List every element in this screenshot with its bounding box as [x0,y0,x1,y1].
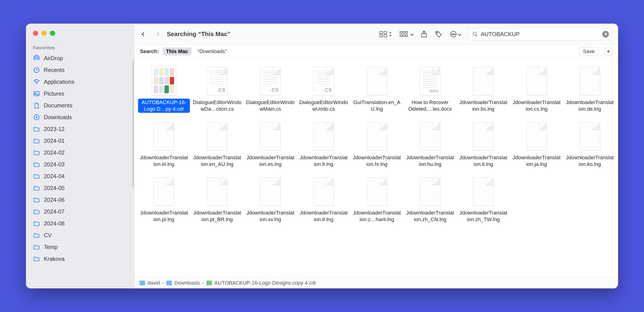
file-generic-icon [366,178,387,206]
save-search-button[interactable]: Save [579,47,599,56]
sidebar-scrollbar[interactable] [132,60,134,187]
file-name-label: JdownloaderTranslation.es.lng [244,154,296,168]
file-item[interactable]: .CS DialogueEditorWindowDa…ction.cs [191,65,244,113]
main-area: Searching “This Mac” [134,24,618,288]
path-segment[interactable]: david [140,280,160,286]
sidebar-item-downloads[interactable]: Downloads [26,111,134,123]
search-input[interactable] [481,31,600,38]
sidebar-item-2024-05[interactable]: 2024-05 [26,182,134,194]
sidebar-item-label: Temp [44,244,58,250]
clock-icon [33,67,40,74]
nav-forward-button[interactable] [152,29,163,40]
file-item[interactable]: JdownloaderTranslation.es.lng [244,120,297,168]
sidebar-item-label: Pictures [44,90,64,97]
folder-icon [33,161,40,168]
sidebar-item-label: Applications [44,79,74,85]
sidebar-item-documents[interactable]: Documents [26,100,134,111]
share-button[interactable] [421,31,427,38]
file-generic-icon [313,178,334,206]
svg-rect-8 [384,35,387,37]
folder-icon [33,220,40,227]
svg-point-0 [36,57,38,59]
view-mode-button[interactable] [379,31,392,38]
add-criteria-button[interactable] [604,47,612,55]
file-item[interactable]: JdownloaderTranslation.zh_CN.lng [404,175,456,223]
sidebar-item-2024-07[interactable]: 2024-07 [26,206,134,218]
file-item[interactable]: JdownloaderTranslation.tr.lng [297,175,350,223]
file-item[interactable]: JdownloaderTranslation.pt_BR.lng [191,175,244,223]
sidebar-item-2024-04[interactable]: 2024-04 [26,170,134,182]
file-item[interactable]: JdownloaderTranslation.pl.lng [138,175,190,223]
sidebar-item-label: 2023-12 [44,126,64,132]
file-item[interactable]: JdownloaderTranslation.ko.lng [564,120,616,168]
file-item[interactable]: JdownloaderTranslation.z…hant.lng [350,175,403,223]
folder-icon [33,208,40,215]
sidebar-item-2023-12[interactable]: 2023-12 [26,123,134,135]
sidebar-item-2024-06[interactable]: 2024-06 [26,194,134,206]
path-segment[interactable]: AUTOBACKUP-16-Logo Designs copy 4.cdr [206,280,316,286]
chevron-right-icon: › [162,280,164,286]
file-item[interactable]: DOCX How to Recover Deleted,…les.docx [404,65,456,113]
sidebar-item-temp[interactable]: Temp [26,241,134,253]
nav-back-button[interactable] [138,29,149,40]
file-item[interactable]: JdownloaderTranslation.fr.lng [297,120,350,168]
window-close-button[interactable] [33,31,38,36]
sidebar-item-applications[interactable]: Applications [26,76,134,88]
file-generic-icon [154,122,174,150]
sidebar-item-cv[interactable]: CV [26,229,134,241]
file-item[interactable]: .CS DialogueEditorWindowMain.cs [244,65,297,113]
file-item[interactable]: JdownloaderTranslation.en_AU.lng [191,120,244,168]
file-item[interactable]: JdownloaderTranslation.hu.lng [404,120,456,168]
window-title: Searching “This Mac” [165,31,230,38]
more-actions-button[interactable] [450,31,461,38]
scope-this-mac[interactable]: This Mac [163,47,192,55]
file-item[interactable]: JdownloaderTranslation.ja.lng [510,120,563,168]
svg-point-20 [454,34,455,35]
path-segment[interactable]: Downloads [166,280,200,286]
file-item[interactable]: .CS DialogueEditorWindowUndo.cs [297,65,350,113]
file-item[interactable]: JdownloaderTranslation.el.lng [138,120,190,168]
pictures-icon [33,90,40,97]
sidebar-item-krakova[interactable]: Krakova [26,253,134,265]
window-zoom-button[interactable] [50,31,55,36]
file-item[interactable]: JdownloaderTranslation.hr.lng [350,120,403,168]
sidebar-item-label: 2024-06 [44,197,64,203]
file-generic-icon [366,122,387,150]
sidebar-item-pictures[interactable]: Pictures [26,88,134,100]
results-area[interactable]: AUTOBACKUP-16-Logo D…py 4.cdr.CS Dialogu… [134,58,618,277]
file-name-label: DialogueEditorWindowDa…ction.cs [191,99,243,113]
file-name-label: DialogueEditorWindowUndo.cs [298,99,350,113]
file-item[interactable]: JdownloaderTranslation.de.lng [564,65,616,113]
file-item[interactable]: JdownloaderTranslation.it.lng [457,120,510,168]
sidebar-item-2024-01[interactable]: 2024-01 [26,135,134,147]
file-item[interactable]: JdownloaderTranslation.sv.lng [244,175,297,223]
file-name-label: AUTOBACKUP-16-Logo D…py 4.cdr [138,99,190,113]
file-generic-icon [473,122,494,150]
file-item[interactable]: JdownloaderTranslation.cs.lng [510,65,563,113]
file-item[interactable]: JdownloaderTranslation.zh_TW.lng [457,175,510,223]
file-name-label: JdownloaderTranslation.de.lng [564,99,616,113]
svg-rect-10 [403,31,405,33]
file-document-icon: .CS [260,67,281,95]
file-item[interactable]: JdownloaderTranslation.bs.lng [457,65,510,113]
group-button[interactable] [400,31,413,38]
file-generic-icon [473,67,494,95]
file-name-label: GuiTranslation.en_AU.lng [351,99,403,113]
scope-downloads[interactable]: “Downloads” [195,48,229,55]
file-item[interactable]: GuiTranslation.en_AU.lng [350,65,403,113]
sidebar-item-airdrop[interactable]: AirDrop [26,52,134,64]
file-name-label: JdownloaderTranslation.zh_CN.lng [404,209,456,223]
search-field[interactable]: ✕ [468,28,612,40]
sidebar-item-2024-02[interactable]: 2024-02 [26,147,134,159]
sidebar-item-2024-03[interactable]: 2024-03 [26,159,134,170]
file-generic-icon [580,67,600,95]
folder-icon [33,137,40,144]
window-minimize-button[interactable] [42,31,47,36]
search-clear-button[interactable]: ✕ [602,31,609,38]
sidebar-item-2024-08[interactable]: 2024-08 [26,218,134,229]
tags-button[interactable] [435,31,442,38]
sidebar-item-recents[interactable]: Recents [26,64,134,76]
file-item[interactable]: AUTOBACKUP-16-Logo D…py 4.cdr [138,65,190,113]
chevron-down-icon [458,32,461,36]
sidebar-item-label: 2024-08 [44,220,64,227]
